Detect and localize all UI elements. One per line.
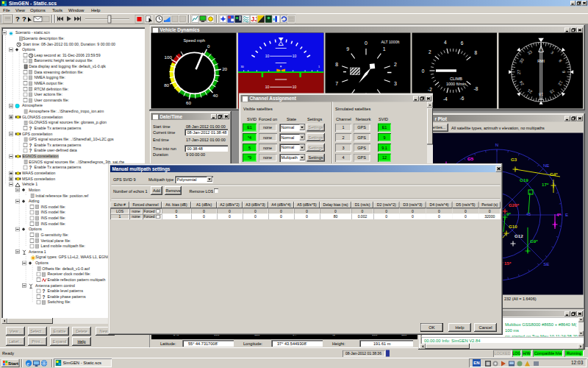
svg-text:E: E <box>565 213 568 217</box>
svg-text:G3: G3 <box>511 157 517 162</box>
svg-text:10: 10 <box>292 85 296 89</box>
svg-text:-2: -2 <box>428 87 432 92</box>
svg-text:10: 10 <box>265 54 269 58</box>
svg-text:7: 7 <box>335 81 338 86</box>
svg-text:-6: -6 <box>460 96 465 101</box>
svg-text:Speed mph: Speed mph <box>183 38 205 43</box>
svg-text:30: 30 <box>518 58 524 64</box>
svg-text:G9*: G9* <box>530 238 538 244</box>
svg-text:4: 4 <box>444 40 447 45</box>
svg-text:12: 12 <box>557 80 563 86</box>
svg-text:G10: G10 <box>509 224 517 229</box>
svg-text:8: 8 <box>335 62 338 67</box>
svg-text:0: 0 <box>422 68 425 74</box>
svg-text:RMI: RMI <box>537 60 545 64</box>
svg-text:15: 15 <box>549 88 555 94</box>
svg-text:20: 20 <box>222 66 227 71</box>
svg-text:G12: G12 <box>514 233 523 238</box>
svg-text:60: 60 <box>186 100 191 105</box>
svg-text:40: 40 <box>213 93 218 98</box>
svg-text:15*: 15* <box>504 261 512 266</box>
svg-text:Start: Start <box>8 361 18 366</box>
svg-text:3: 3 <box>550 50 554 55</box>
svg-text:21: 21 <box>527 88 533 94</box>
svg-text:4*: 4* <box>556 212 561 217</box>
svg-text:9: 9 <box>346 46 349 52</box>
svg-text:ALT 1000ft: ALT 1000ft <box>381 40 400 44</box>
svg-text:?: ? <box>43 295 46 300</box>
svg-text:G20*: G20* <box>509 202 520 208</box>
svg-text:6: 6 <box>461 40 464 46</box>
svg-text:10: 10 <box>265 85 269 89</box>
svg-text:0: 0 <box>207 43 210 49</box>
svg-text:2: 2 <box>429 49 431 54</box>
svg-text:2: 2 <box>394 62 397 67</box>
svg-text:G4*: G4* <box>550 171 558 177</box>
svg-text:-8: -8 <box>474 86 478 91</box>
svg-text:N: N <box>495 143 498 147</box>
svg-text:G5: G5 <box>467 156 474 161</box>
svg-text:?: ? <box>29 149 32 153</box>
svg-text:?: ? <box>29 144 32 148</box>
svg-text:24: 24 <box>518 80 524 86</box>
svg-text:?: ? <box>29 166 32 170</box>
svg-text:?: ? <box>29 127 32 131</box>
svg-text:G19: G19 <box>520 177 528 183</box>
svg-text:27: 27 <box>516 70 520 74</box>
svg-text:NE: NE <box>543 163 549 168</box>
svg-text:80: 80 <box>164 83 169 88</box>
svg-text:8: 8 <box>475 51 478 56</box>
svg-text:-4: -4 <box>443 96 448 102</box>
svg-text:33: 33 <box>527 49 533 55</box>
svg-text:CLIMB: CLIMB <box>450 77 462 81</box>
svg-text:SE: SE <box>543 262 549 266</box>
svg-text:0: 0 <box>365 40 368 46</box>
svg-text:17*: 17* <box>542 182 549 187</box>
svg-text:e: e <box>26 361 29 367</box>
svg-text:6: 6 <box>558 59 563 63</box>
svg-text:18: 18 <box>539 93 543 97</box>
svg-text:1000 ft/min: 1000 ft/min <box>446 82 466 86</box>
svg-text:1: 1 <box>318 66 320 68</box>
svg-text:?: ? <box>43 289 46 294</box>
svg-text:10: 10 <box>292 54 296 58</box>
svg-text:9: 9 <box>562 71 566 73</box>
svg-text:3: 3 <box>394 81 397 86</box>
svg-text:30: 30 <box>240 66 243 68</box>
svg-text:?: ? <box>22 15 26 23</box>
svg-text:?: ? <box>15 15 20 23</box>
svg-text:100: 100 <box>165 55 173 60</box>
svg-text:9*: 9* <box>506 211 511 216</box>
svg-text:1: 1 <box>383 46 386 52</box>
